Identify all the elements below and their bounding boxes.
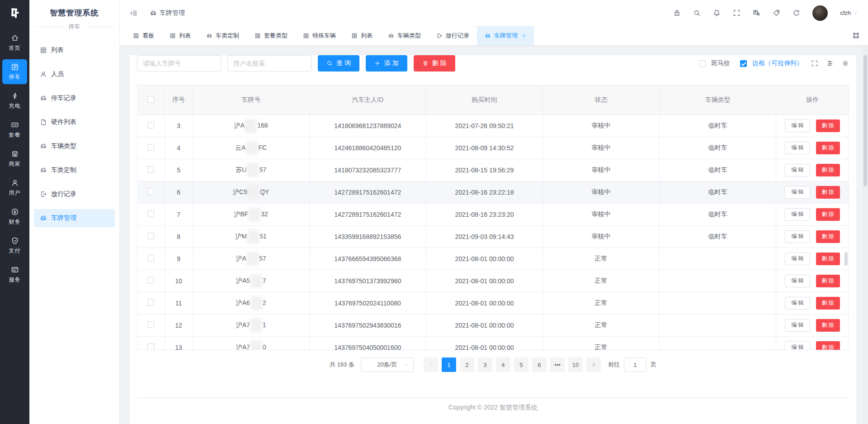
row-checkbox[interactable] [147, 343, 154, 350]
edit-button[interactable]: 编 辑 [785, 164, 810, 176]
rail-nav-item[interactable]: 用户 [2, 175, 27, 200]
border-checkbox[interactable] [740, 60, 747, 67]
row-checkbox[interactable] [147, 233, 154, 239]
row-delete-button[interactable]: 删 除 [816, 275, 840, 287]
row-checkbox[interactable] [147, 321, 154, 328]
rail-nav-item[interactable]: 支付 [2, 233, 27, 258]
refresh-icon[interactable] [793, 9, 800, 17]
page-button[interactable]: 4 [496, 357, 510, 372]
edit-button[interactable]: 编 辑 [785, 186, 810, 199]
gear-icon[interactable] [842, 60, 849, 67]
close-tab-icon[interactable] [522, 33, 526, 38]
page-button[interactable]: 10 [568, 357, 583, 372]
tab[interactable]: 套餐类型 [247, 26, 295, 45]
tag-icon[interactable] [773, 9, 780, 17]
row-delete-button[interactable]: 删 除 [816, 164, 840, 176]
user-avatar[interactable] [812, 5, 828, 21]
row-delete-button[interactable]: 删 除 [816, 208, 840, 221]
row-delete-button[interactable]: 删 除 [816, 230, 840, 243]
edit-button[interactable]: 编 辑 [785, 297, 810, 310]
edit-button[interactable]: 编 辑 [785, 275, 810, 287]
rail-nav-item[interactable]: VIP 套餐 [2, 117, 27, 142]
sidebar-menu-item[interactable]: 列表 [34, 41, 115, 59]
page-button[interactable]: 6 [532, 357, 547, 372]
rail-nav-item[interactable]: 服务 [2, 262, 27, 287]
select-all-checkbox[interactable] [147, 96, 154, 103]
edit-button[interactable]: 编 辑 [785, 142, 810, 154]
edit-button[interactable]: 编 辑 [785, 208, 810, 221]
edit-button[interactable]: 编 辑 [785, 341, 810, 351]
tab[interactable]: 列表 [162, 26, 198, 45]
column-settings-icon[interactable] [826, 60, 834, 67]
row-delete-button[interactable]: 删 除 [816, 319, 840, 332]
sidebar-menu-item[interactable]: 放行记录 [34, 185, 115, 203]
user-menu[interactable]: cfzh [840, 10, 858, 16]
edit-button[interactable]: 编 辑 [785, 252, 810, 265]
rail-nav-item[interactable]: 停车 [2, 59, 27, 84]
goto-page-input[interactable] [624, 357, 646, 372]
sidebar-menu-item[interactable]: 车辆类型 [34, 137, 115, 155]
page-scrollbar-thumb[interactable] [863, 55, 867, 186]
plate-search-input[interactable] [137, 55, 221, 71]
row-checkbox[interactable] [147, 210, 154, 217]
page-button[interactable]: ••• [550, 357, 565, 372]
page-button[interactable]: 3 [478, 357, 492, 372]
row-checkbox[interactable] [147, 255, 154, 262]
tab[interactable]: 车类定制 [198, 26, 247, 45]
page-size-select[interactable]: 20条/页 [361, 357, 414, 372]
translate-icon[interactable] [753, 9, 760, 17]
page-scrollbar[interactable] [863, 45, 868, 424]
delete-button[interactable]: 删 除 [414, 55, 455, 71]
bell-icon[interactable] [713, 9, 721, 17]
sidebar-menu-item[interactable]: 人员 [34, 65, 115, 83]
tab[interactable]: 看板 [125, 26, 162, 45]
row-checkbox[interactable] [147, 166, 154, 173]
tab-options-icon[interactable] [852, 32, 860, 39]
table-fullscreen-icon[interactable] [811, 60, 818, 67]
tab[interactable]: 列表 [344, 26, 380, 45]
next-page-button[interactable] [586, 357, 601, 372]
search-button[interactable]: 查 询 [318, 55, 359, 71]
edit-button[interactable]: 编 辑 [785, 319, 810, 332]
row-delete-button[interactable]: 删 除 [816, 142, 840, 154]
row-delete-button[interactable]: 删 除 [816, 252, 840, 265]
edit-button[interactable]: 编 辑 [785, 230, 810, 243]
rail-nav-item[interactable]: 首页 [2, 30, 27, 55]
tab[interactable]: 车牌管理 [477, 26, 534, 45]
rail-nav-item[interactable]: 财务 [2, 204, 27, 229]
page-button[interactable]: 5 [514, 357, 528, 372]
edit-button[interactable]: 编 辑 [785, 119, 810, 132]
row-checkbox[interactable] [147, 299, 154, 306]
tab[interactable]: 特殊车辆 [295, 26, 344, 45]
fullscreen-icon[interactable] [733, 9, 741, 17]
row-delete-button[interactable]: 删 除 [816, 341, 840, 351]
sidebar-menu-item[interactable]: 硬件列表 [34, 113, 115, 131]
row-checkbox[interactable] [147, 122, 154, 129]
app-logo[interactable] [0, 0, 29, 26]
prev-page-button[interactable] [424, 357, 438, 372]
tab[interactable]: 放行记录 [429, 26, 477, 45]
rail-nav-item[interactable]: 商家 [2, 146, 27, 171]
row-checkbox[interactable] [147, 144, 154, 151]
purchase-time-cell: 2021-08-01 00:00:00 [426, 292, 542, 314]
row-checkbox[interactable] [147, 188, 154, 195]
add-button[interactable]: 添 加 [366, 55, 407, 71]
row-checkbox[interactable] [147, 277, 154, 284]
row-delete-button[interactable]: 删 除 [816, 297, 840, 310]
table-scrollbar-thumb[interactable] [844, 252, 848, 266]
rail-nav-item[interactable]: 充电 [2, 88, 27, 113]
search-icon[interactable] [693, 9, 701, 17]
sidebar-menu-item[interactable]: 停车记录 [34, 89, 115, 107]
row-select-cell [137, 270, 165, 292]
sidebar-menu-item[interactable]: 车牌管理 [34, 209, 115, 227]
row-delete-button[interactable]: 删 除 [816, 186, 840, 199]
page-button[interactable]: 1 [442, 357, 456, 372]
username-search-input[interactable] [227, 55, 311, 71]
page-button[interactable]: 2 [460, 357, 474, 372]
sidebar-menu-item[interactable]: 车类定制 [34, 161, 115, 179]
tab[interactable]: 车辆类型 [380, 26, 429, 45]
row-delete-button[interactable]: 删 除 [816, 119, 840, 132]
collapse-sidebar-icon[interactable] [130, 9, 138, 17]
lock-icon[interactable] [673, 9, 681, 17]
zebra-checkbox[interactable] [699, 60, 706, 67]
